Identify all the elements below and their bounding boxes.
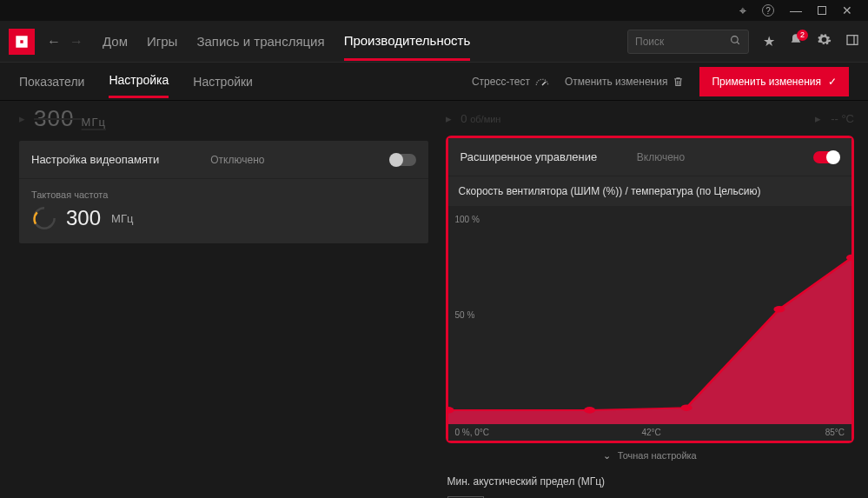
search-icon[interactable] <box>730 35 741 49</box>
sub-nav: Показатели Настройка Настройки Стресс-те… <box>0 63 868 101</box>
svg-rect-2 <box>847 35 858 44</box>
advanced-control-row: Расширенное управление Включено <box>448 138 852 176</box>
settings-icon[interactable] <box>817 32 832 50</box>
svg-line-1 <box>737 42 739 44</box>
maximize-icon[interactable] <box>818 6 826 15</box>
window-titlebar: ⌖ ? — ✕ <box>0 0 868 21</box>
tab-gaming[interactable]: Игры <box>147 23 177 59</box>
vram-toggle[interactable] <box>390 154 416 166</box>
search-box[interactable] <box>627 30 749 54</box>
acoustic-slider-row: 1366 <box>446 495 855 498</box>
clock-gauge-icon <box>31 205 57 231</box>
vram-panel: Настройка видеопамяти Отключено Тактовая… <box>19 141 428 243</box>
fine-tune-toggle[interactable]: Точная настройка <box>446 443 855 468</box>
clock-unit: МГц <box>111 212 133 225</box>
forward-button[interactable]: → <box>70 34 83 50</box>
acoustic-limit-label: Мин. акустический предел (МГц) <box>446 468 855 495</box>
clock-label: Тактовая частота <box>19 179 428 202</box>
amd-logo <box>9 29 35 55</box>
minimize-icon[interactable]: — <box>790 3 802 17</box>
back-button[interactable]: ← <box>47 34 61 50</box>
check-icon: ✓ <box>828 76 837 88</box>
gauge-icon <box>535 76 549 87</box>
vram-title: Настройка видеопамяти <box>31 153 210 166</box>
apply-changes-button[interactable]: Применить изменения ✓ <box>699 67 849 96</box>
apply-label: Применить изменения <box>712 76 821 88</box>
svg-point-9 <box>773 306 785 313</box>
svg-line-4 <box>542 82 546 85</box>
vram-state: Отключено <box>210 154 389 166</box>
discard-label: Отменить изменения <box>565 76 667 88</box>
tab-streaming[interactable]: Запись и трансляция <box>196 23 324 59</box>
stress-test-button[interactable]: Стресс-тест <box>472 76 549 88</box>
bug-icon[interactable]: ⌖ <box>739 3 746 18</box>
search-input[interactable] <box>635 36 730 48</box>
fan-chart-title: Скорость вентилятора (ШИМ (%)) / темпера… <box>448 176 852 206</box>
svg-point-7 <box>584 407 595 414</box>
fan-chart[interactable]: 100 % 50 % 0 %, 0°C 42°C 85°C <box>448 206 852 441</box>
clock-value: 300 <box>66 206 101 230</box>
discard-changes-button[interactable]: Отменить изменения <box>565 76 684 88</box>
advanced-control-title: Расширенное управление <box>461 150 637 163</box>
right-column: ▸ 0 об/мин ▸ -- °C Расширенное управлени… <box>441 101 869 498</box>
subtab-tuning[interactable]: Настройка <box>109 64 169 98</box>
amd-logo-icon <box>13 33 30 50</box>
tab-performance[interactable]: Производительность <box>344 23 471 61</box>
cutoff-right-row: ▸ 0 об/мин ▸ -- °C <box>446 106 855 130</box>
help-icon[interactable]: ? <box>762 4 774 17</box>
cutoff-gpu-row: ▸ 300 МГц <box>19 106 428 130</box>
notification-badge: 2 <box>797 30 808 41</box>
notifications-icon[interactable]: 2 <box>789 33 803 50</box>
tab-home[interactable]: Дом <box>103 23 128 59</box>
left-column: ▸ 300 МГц Настройка видеопамяти Отключен… <box>0 101 441 498</box>
svg-point-8 <box>680 404 692 411</box>
fan-highlight-box: Расширенное управление Включено Скорость… <box>446 136 855 443</box>
clock-gauge-row: 300 МГц <box>19 202 428 243</box>
sub-nav-right: Стресс-тест Отменить изменения Применить… <box>472 67 849 96</box>
subtab-settings[interactable]: Настройки <box>193 66 253 97</box>
content: ▸ 300 МГц Настройка видеопамяти Отключен… <box>0 101 868 498</box>
nav-arrows: ← → <box>47 34 83 50</box>
svg-point-0 <box>732 36 739 43</box>
svg-marker-5 <box>448 257 852 424</box>
top-right-group: ★ 2 <box>627 30 859 54</box>
fan-curve-svg <box>448 206 852 441</box>
favorites-icon[interactable]: ★ <box>763 33 775 50</box>
top-nav: ← → Дом Игры Запись и трансляция Произво… <box>0 21 868 63</box>
close-icon[interactable]: ✕ <box>842 3 852 17</box>
vram-tuning-row: Настройка видеопамяти Отключено <box>19 141 428 179</box>
main-tabs: Дом Игры Запись и трансляция Производите… <box>103 23 470 61</box>
sidepanel-icon[interactable] <box>845 33 859 50</box>
advanced-control-toggle[interactable] <box>813 151 839 163</box>
trash-icon <box>673 76 684 88</box>
stress-test-label: Стресс-тест <box>472 76 530 88</box>
subtab-metrics[interactable]: Показатели <box>19 66 84 97</box>
advanced-control-state: Включено <box>637 151 813 163</box>
